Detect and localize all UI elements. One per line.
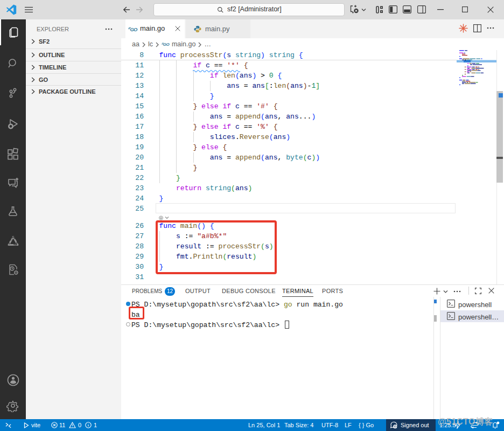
svg-text:GO: GO bbox=[163, 42, 170, 47]
svg-text:GO: GO bbox=[130, 26, 138, 32]
